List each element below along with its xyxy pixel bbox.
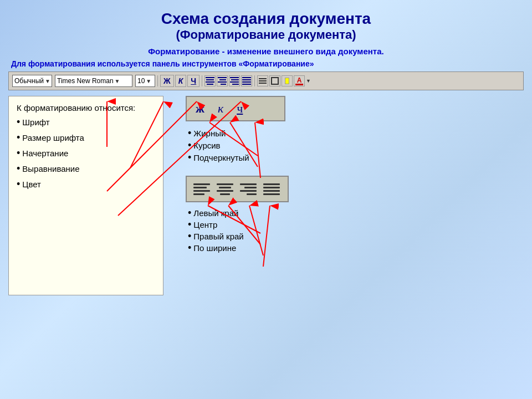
- align-item-left: • Левый край: [188, 208, 524, 218]
- align-item-justify: • По ширине: [188, 243, 524, 253]
- align-center-icon: [216, 180, 236, 198]
- list-item-color: • Цвет: [17, 179, 155, 189]
- left-box-title: К форматированию относится:: [17, 103, 155, 112]
- biu-list: • Жирный • Курсив • Подчеркнутый: [188, 128, 524, 162]
- biu-underline-label: ч: [237, 101, 243, 116]
- biu-box: ж к ч: [186, 96, 285, 121]
- bullet-size: •: [17, 132, 20, 142]
- main-title: Схема создания документа: [0, 0, 532, 28]
- style-dropdown-arrow: ▼: [45, 78, 50, 84]
- align-justify-button[interactable]: [241, 75, 252, 86]
- list-item-size: • Размер шрифта: [17, 132, 155, 142]
- align-box: [186, 176, 289, 202]
- size-dropdown-arrow: ▼: [146, 78, 151, 84]
- panel-desc: Для форматирования используется панель и…: [0, 59, 532, 68]
- font-dropdown[interactable]: Times New Roman ▼: [55, 75, 132, 87]
- biu-item-bold: • Жирный: [188, 128, 524, 138]
- list-item-align: • Выравнивание: [17, 163, 155, 173]
- align-center-button[interactable]: [217, 75, 228, 86]
- bullet-align: •: [17, 163, 20, 173]
- left-box-list: • Шрифт • Размер шрифта • Начертание • В…: [17, 117, 155, 189]
- align-item-center: • Центр: [188, 219, 524, 229]
- list-item-font: • Шрифт: [17, 117, 155, 127]
- biu-bold-label: ж: [196, 101, 204, 116]
- align-left-icon: [192, 180, 212, 198]
- bullet-font: •: [17, 117, 20, 127]
- bullet-color: •: [17, 179, 20, 189]
- italic-button[interactable]: К: [175, 75, 187, 87]
- bold-button[interactable]: Ж: [160, 75, 174, 87]
- size-dropdown[interactable]: 10 ▼: [135, 75, 155, 87]
- font-dropdown-arrow: ▼: [115, 78, 120, 84]
- bullet-style: •: [17, 148, 20, 158]
- definition: Форматирование - изменение внешнего вида…: [0, 47, 532, 56]
- extra-icons: A ▼: [257, 75, 311, 86]
- biu-item-italic: • Курсив: [188, 140, 524, 150]
- toolbar: Обычный ▼ Times New Roman ▼ 10 ▼ Ж К Ч: [8, 71, 524, 90]
- style-dropdown[interactable]: Обычный ▼: [12, 75, 52, 87]
- align-right-button[interactable]: [229, 75, 240, 86]
- left-box: К форматированию относится: • Шрифт • Ра…: [8, 96, 163, 295]
- biu-italic-label: к: [218, 101, 223, 116]
- list-item-style: • Начертание: [17, 148, 155, 158]
- sub-title: (Форматирование документа): [0, 28, 532, 42]
- sep2: [202, 75, 202, 86]
- align-list: • Левый край • Центр • Правый край • По …: [188, 208, 524, 253]
- sep1: [157, 75, 158, 86]
- align-item-right: • Правый край: [188, 231, 524, 241]
- underline-button[interactable]: Ч: [187, 75, 200, 87]
- sep3: [254, 75, 255, 86]
- align-left-button[interactable]: [204, 75, 216, 86]
- align-justify-icon: [262, 180, 282, 198]
- align-right-icon: [239, 180, 259, 198]
- right-area: ж к ч • Жирный • Курсив • Подчеркнутый: [186, 96, 524, 254]
- biu-item-underline: • Подчеркнутый: [188, 152, 524, 162]
